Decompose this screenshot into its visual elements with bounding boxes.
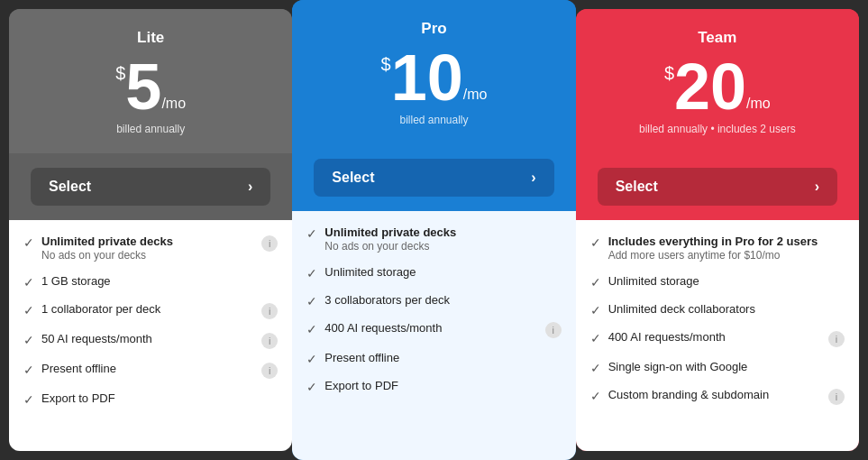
select-button-team[interactable]: Select› (598, 168, 837, 206)
select-button-label-team: Select (616, 179, 658, 195)
plan-header-lite: Lite$5/mobilled annually (9, 9, 292, 153)
check-icon-team-5: ✓ (590, 389, 601, 403)
feature-text-team-4: Single sign-on with Google (608, 360, 845, 373)
plan-features-team: ✓Includes everything in Pro for 2 usersA… (576, 220, 859, 451)
feature-label-team-3: 400 AI requests/month (608, 330, 821, 344)
feature-text-lite-4: Present offline (41, 362, 254, 375)
check-icon-team-3: ✓ (590, 331, 601, 345)
feature-text-team-3: 400 AI requests/month (608, 330, 821, 344)
info-icon-pro-3[interactable]: i (545, 322, 562, 338)
price-dollar-pro: $ (381, 54, 391, 75)
feature-text-pro-3: 400 AI requests/month (324, 321, 537, 335)
billing-note-lite: billed annually (116, 123, 185, 135)
feature-item-lite-1: ✓1 GB storage (23, 274, 278, 290)
check-icon-team-2: ✓ (590, 303, 601, 317)
feature-label-team-4: Single sign-on with Google (608, 360, 845, 373)
price-amount-pro: 10 (391, 45, 463, 110)
feature-item-team-1: ✓Unlimited storage (590, 274, 845, 290)
price-amount-team: 20 (674, 54, 746, 119)
select-button-label-pro: Select (332, 170, 374, 186)
feature-item-team-4: ✓Single sign-on with Google (590, 360, 845, 375)
price-dollar-team: $ (664, 63, 674, 84)
check-icon-lite-0: ✓ (23, 235, 34, 250)
billing-note-pro: billed annually (399, 114, 468, 126)
feature-text-lite-2: 1 collaborator per deck (41, 302, 254, 316)
select-button-lite[interactable]: Select› (31, 168, 270, 206)
plan-name-team: Team (698, 29, 736, 47)
feature-label-pro-2: 3 collaborators per deck (324, 293, 561, 307)
feature-label-pro-5: Export to PDF (324, 379, 561, 392)
info-icon-lite-2[interactable]: i (261, 303, 278, 319)
feature-item-pro-1: ✓Unlimited storage (306, 265, 561, 281)
check-icon-pro-2: ✓ (306, 294, 317, 308)
price-period-pro: /mo (463, 87, 488, 103)
plan-features-pro: ✓Unlimited private decksNo ads on your d… (292, 211, 575, 460)
feature-item-team-0: ✓Includes everything in Pro for 2 usersA… (590, 235, 845, 262)
feature-label-lite-3: 50 AI requests/month (41, 332, 254, 345)
feature-sublabel-team-0: Add more users anytime for $10/mo (608, 249, 845, 262)
check-icon-team-1: ✓ (590, 275, 601, 290)
feature-label-lite-4: Present offline (41, 362, 254, 375)
feature-item-pro-3: ✓400 AI requests/monthi (306, 321, 561, 338)
feature-label-pro-0: Unlimited private decks (324, 225, 561, 239)
check-icon-lite-1: ✓ (23, 275, 34, 290)
plan-header-team: Team$20/mobilled annually • includes 2 u… (576, 9, 859, 153)
feature-item-pro-0: ✓Unlimited private decksNo ads on your d… (306, 225, 561, 253)
feature-label-team-5: Custom branding & subdomain (608, 388, 821, 401)
feature-item-lite-2: ✓1 collaborator per decki (23, 302, 278, 319)
feature-text-team-0: Includes everything in Pro for 2 usersAd… (608, 235, 845, 262)
price-row-team: $20/mo (664, 54, 771, 119)
select-button-label-lite: Select (49, 179, 91, 195)
select-button-arrow-team: › (815, 179, 819, 195)
info-icon-lite-3[interactable]: i (261, 333, 278, 349)
price-period-lite: /mo (161, 96, 186, 112)
feature-text-lite-1: 1 GB storage (41, 274, 278, 288)
check-icon-lite-4: ✓ (23, 363, 34, 377)
plan-header-pro: Pro$10/mobilled annually (292, 0, 575, 144)
feature-item-lite-0: ✓Unlimited private decksNo ads on your d… (23, 235, 278, 262)
feature-label-pro-3: 400 AI requests/month (324, 321, 537, 335)
info-icon-team-5[interactable]: i (828, 389, 845, 405)
price-row-lite: $5/mo (115, 54, 186, 119)
feature-label-team-2: Unlimited deck collaborators (608, 302, 845, 316)
feature-item-team-5: ✓Custom branding & subdomaini (590, 388, 845, 405)
feature-item-pro-5: ✓Export to PDF (306, 379, 561, 394)
feature-label-team-1: Unlimited storage (608, 274, 845, 288)
check-icon-lite-2: ✓ (23, 303, 34, 317)
feature-item-lite-3: ✓50 AI requests/monthi (23, 332, 278, 349)
select-button-arrow-pro: › (531, 170, 535, 186)
feature-item-team-3: ✓400 AI requests/monthi (590, 330, 845, 347)
plan-name-lite: Lite (137, 29, 164, 47)
check-icon-team-4: ✓ (590, 361, 601, 375)
info-icon-lite-0[interactable]: i (261, 235, 278, 252)
plans-container: Lite$5/mobilled annuallySelect›✓Unlimite… (0, 0, 868, 460)
info-icon-lite-4[interactable]: i (261, 363, 278, 379)
feature-label-team-0: Includes everything in Pro for 2 users (608, 235, 845, 248)
feature-sublabel-pro-0: No ads on your decks (324, 240, 561, 253)
select-button-arrow-lite: › (248, 179, 252, 195)
feature-text-lite-3: 50 AI requests/month (41, 332, 254, 345)
feature-text-pro-5: Export to PDF (324, 379, 561, 392)
feature-text-team-5: Custom branding & subdomain (608, 388, 821, 401)
check-icon-lite-3: ✓ (23, 333, 34, 347)
info-icon-team-3[interactable]: i (828, 331, 845, 347)
feature-text-pro-1: Unlimited storage (324, 265, 561, 279)
check-icon-team-0: ✓ (590, 235, 601, 250)
plan-features-lite: ✓Unlimited private decksNo ads on your d… (9, 220, 292, 451)
price-period-team: /mo (746, 96, 771, 112)
check-icon-pro-3: ✓ (306, 322, 317, 336)
feature-label-lite-0: Unlimited private decks (41, 235, 254, 248)
feature-label-lite-5: Export to PDF (41, 391, 278, 405)
select-button-pro[interactable]: Select› (314, 159, 553, 197)
check-icon-pro-5: ✓ (306, 380, 317, 394)
check-icon-pro-0: ✓ (306, 226, 317, 241)
feature-item-pro-2: ✓3 collaborators per deck (306, 293, 561, 308)
feature-label-pro-1: Unlimited storage (324, 265, 561, 279)
feature-item-team-2: ✓Unlimited deck collaborators (590, 302, 845, 317)
feature-text-team-1: Unlimited storage (608, 274, 845, 288)
billing-note-team: billed annually • includes 2 users (639, 123, 796, 135)
price-dollar-lite: $ (115, 63, 125, 84)
plan-card-lite: Lite$5/mobilled annuallySelect›✓Unlimite… (9, 9, 292, 451)
feature-text-pro-4: Present offline (324, 351, 561, 364)
plan-card-team: Team$20/mobilled annually • includes 2 u… (576, 9, 859, 451)
